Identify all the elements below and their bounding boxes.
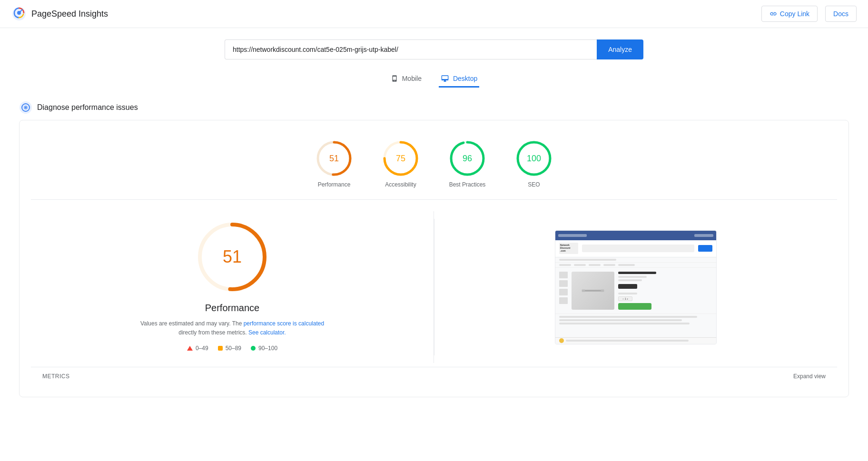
score-item-accessibility[interactable]: 75 Accessibility <box>382 139 420 188</box>
accessibility-score: 75 <box>396 154 405 164</box>
fake-site-header-bar <box>555 231 716 240</box>
link-icon <box>769 10 777 18</box>
diagnose-icon <box>19 101 32 114</box>
desktop-icon <box>441 75 449 82</box>
svg-point-6 <box>25 107 27 108</box>
performance-title: Performance <box>205 303 260 314</box>
seo-label: SEO <box>528 181 540 188</box>
performance-circle: 51 <box>315 139 353 177</box>
svg-rect-19 <box>601 289 604 292</box>
expand-view-label[interactable]: Expand view <box>793 373 826 380</box>
website-screenshot: NetworkDiscount.com <box>555 230 717 344</box>
tab-section: Mobile Desktop <box>0 67 868 95</box>
fake-add-to-cart <box>618 303 651 310</box>
tab-mobile[interactable]: Mobile <box>389 71 424 88</box>
tab-desktop-label: Desktop <box>453 75 477 82</box>
fake-product-area: ─ 1 + <box>555 268 716 314</box>
pagespeed-logo-icon <box>11 6 27 21</box>
fake-product-info: ─ 1 + <box>618 272 712 310</box>
analyze-button[interactable]: Analyze <box>597 39 643 59</box>
docs-button[interactable]: Docs <box>825 6 857 22</box>
scores-card: 51 Performance 75 Accessibility <box>19 120 849 397</box>
fake-categories <box>555 263 716 268</box>
mobile-icon <box>391 75 398 82</box>
performance-score: 51 <box>329 154 339 164</box>
tab-mobile-label: Mobile <box>402 75 422 82</box>
legend-fail: 0–49 <box>187 345 208 352</box>
calculator-link[interactable]: See calculator. <box>248 329 286 336</box>
fake-site-nav: NetworkDiscount.com <box>555 240 716 257</box>
note-text: Values are estimated and may vary. The <box>140 320 244 327</box>
performance-panel: 51 Performance Values are estimated and … <box>31 211 434 363</box>
diagnose-title: Diagnose performance issues <box>37 103 138 112</box>
header-left: PageSpeed Insights <box>11 6 108 21</box>
metrics-label: METRICS <box>42 373 70 380</box>
fake-search <box>582 245 694 252</box>
url-form: Analyze <box>225 39 643 59</box>
main-content: 51 Performance Values are estimated and … <box>31 200 837 363</box>
score-item-best-practices[interactable]: 96 Best Practices <box>448 139 486 188</box>
fake-footer <box>555 337 716 344</box>
score-item-performance[interactable]: 51 Performance <box>315 139 353 188</box>
seo-circle: 100 <box>515 139 553 177</box>
average-icon <box>218 346 223 351</box>
accessibility-label: Accessibility <box>385 181 416 188</box>
analyze-label: Analyze <box>608 46 632 53</box>
seo-score: 100 <box>527 154 541 164</box>
tab-desktop[interactable]: Desktop <box>439 71 479 88</box>
fake-description <box>555 314 716 326</box>
fake-product-image <box>572 272 614 310</box>
fake-breadcrumb <box>555 257 716 263</box>
performance-label: Performance <box>318 181 351 188</box>
legend-pass: 90–100 <box>251 345 277 352</box>
best-practices-circle: 96 <box>448 139 486 177</box>
metrics-footer: METRICS Expand view <box>31 367 837 385</box>
average-range: 50–89 <box>226 345 241 352</box>
big-performance-circle: 51 <box>194 219 270 295</box>
score-item-seo[interactable]: 100 SEO <box>515 139 553 188</box>
fake-price <box>618 284 637 289</box>
legend-row: 0–49 50–89 90–100 <box>187 345 277 352</box>
big-performance-score: 51 <box>223 247 242 267</box>
perf-score-link[interactable]: performance score is calculated <box>244 320 324 327</box>
fail-range: 0–49 <box>196 345 208 352</box>
svg-rect-18 <box>582 289 585 292</box>
cable-icon <box>581 284 605 298</box>
header-right: Copy Link Docs <box>761 6 857 22</box>
performance-note: Values are estimated and may vary. The p… <box>137 319 327 337</box>
best-practices-score: 96 <box>463 154 472 164</box>
accessibility-circle: 75 <box>382 139 420 177</box>
diagnose-section: Diagnose performance issues <box>0 95 868 120</box>
fake-thumbnails <box>559 272 568 310</box>
note-middle: directly from these metrics. <box>178 329 248 336</box>
legend-average: 50–89 <box>218 345 241 352</box>
url-section: Analyze <box>0 28 868 67</box>
copy-link-button[interactable]: Copy Link <box>761 6 818 22</box>
fake-logo: NetworkDiscount.com <box>559 243 578 254</box>
app-title: PageSpeed Insights <box>31 9 108 19</box>
docs-label: Docs <box>833 10 848 18</box>
scores-row: 51 Performance 75 Accessibility <box>31 132 837 200</box>
pass-icon <box>251 346 256 351</box>
url-input[interactable] <box>225 39 597 59</box>
header: PageSpeed Insights Copy Link Docs <box>0 0 868 28</box>
pass-range: 90–100 <box>258 345 277 352</box>
copy-link-label: Copy Link <box>780 10 809 18</box>
best-practices-label: Best Practices <box>449 181 486 188</box>
screenshot-panel: NetworkDiscount.com <box>434 211 837 363</box>
fail-icon <box>187 346 193 351</box>
fake-nav-btn <box>698 245 712 252</box>
